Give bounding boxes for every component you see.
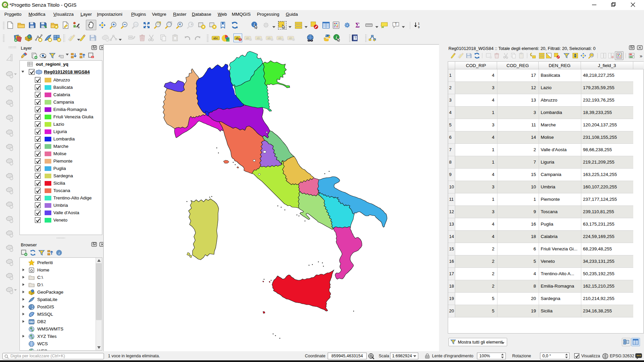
svg-text:9: 9	[418, 25, 420, 29]
svg-text:T: T	[395, 22, 397, 26]
svg-text:ab: ab	[278, 37, 281, 40]
svg-text:Σ: Σ	[355, 21, 360, 29]
svg-text:ε: ε	[59, 53, 61, 58]
svg-text:ab: ab	[246, 37, 249, 40]
svg-text:DB2: DB2	[29, 321, 34, 323]
svg-text:?: ?	[354, 36, 356, 40]
svg-text:ab: ab	[257, 37, 260, 40]
svg-text:ab: ab	[289, 37, 292, 40]
svg-text:1: 1	[418, 22, 420, 25]
svg-text:a: a	[78, 25, 79, 29]
svg-text:ε: ε	[531, 53, 532, 57]
svg-text:abc: abc	[213, 37, 218, 40]
svg-text:1:1: 1:1	[134, 23, 137, 26]
svg-text:ab: ab	[267, 37, 271, 40]
svg-text:ab: ab	[235, 37, 239, 40]
